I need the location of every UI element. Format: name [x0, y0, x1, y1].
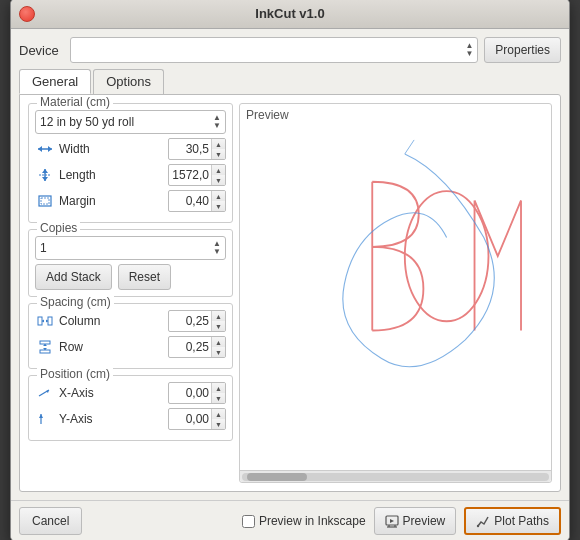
yaxis-spinbox[interactable]: ▲ ▼	[168, 408, 226, 430]
bottom-bar: Cancel Preview in Inkscape Preview Plot …	[11, 500, 569, 540]
yaxis-input[interactable]	[169, 412, 211, 426]
plot-paths-button[interactable]: Plot Paths	[464, 507, 561, 535]
cancel-button[interactable]: Cancel	[19, 507, 82, 535]
length-arrows-icon	[37, 168, 53, 182]
copies-group-title: Copies	[37, 221, 80, 235]
column-label: Column	[59, 314, 164, 328]
xaxis-arrow-icon	[37, 386, 53, 400]
row-input[interactable]	[169, 340, 211, 354]
row-row: Row ▲ ▼	[35, 336, 226, 358]
reset-button[interactable]: Reset	[118, 264, 171, 290]
svg-rect-10	[48, 317, 52, 325]
preview-svg	[240, 126, 551, 470]
main-content: Device ▲ ▼ Properties General Options Ma…	[11, 29, 569, 500]
copies-group: Copies 1 ▲▼ Add Stack Reset	[28, 229, 233, 297]
row-down-arrow[interactable]: ▼	[212, 347, 225, 357]
column-spinbox-arrows[interactable]: ▲ ▼	[211, 311, 225, 331]
column-spinbox[interactable]: ▲ ▼	[168, 310, 226, 332]
svg-rect-9	[38, 317, 42, 325]
yaxis-label: Y-Axis	[59, 412, 164, 426]
width-spinbox[interactable]: ▲ ▼	[168, 138, 226, 160]
length-spinbox[interactable]: ▲ ▼	[168, 164, 226, 186]
roll-dropdown-row: 12 in by 50 yd roll ▲▼	[35, 110, 226, 134]
margin-input[interactable]	[169, 194, 211, 208]
margin-up-arrow[interactable]: ▲	[212, 191, 225, 201]
xaxis-input[interactable]	[169, 386, 211, 400]
margin-icon	[35, 193, 55, 209]
app-window: InkCut v1.0 Device ▲ ▼ Properties Genera…	[10, 0, 570, 540]
width-arrows-icon	[37, 142, 53, 156]
preview-scrollbar-horizontal[interactable]	[240, 470, 551, 482]
row-spinbox-arrows[interactable]: ▲ ▼	[211, 337, 225, 357]
properties-button[interactable]: Properties	[484, 37, 561, 63]
roll-spin[interactable]: ▲▼	[213, 114, 221, 130]
preview-canvas	[240, 126, 551, 470]
column-down-arrow[interactable]: ▼	[212, 321, 225, 331]
xaxis-spinbox[interactable]: ▲ ▼	[168, 382, 226, 404]
yaxis-down-arrow[interactable]: ▼	[212, 419, 225, 429]
xaxis-label: X-Axis	[59, 386, 164, 400]
margin-spinbox[interactable]: ▲ ▼	[168, 190, 226, 212]
copies-dropdown[interactable]: 1 ▲▼	[35, 236, 226, 260]
svg-marker-5	[42, 177, 48, 181]
margin-down-arrow[interactable]: ▼	[212, 201, 225, 211]
svg-point-25	[405, 191, 489, 321]
margin-spinbox-arrows[interactable]: ▲ ▼	[211, 191, 225, 211]
length-up-arrow[interactable]: ▲	[212, 165, 225, 175]
window-title: InkCut v1.0	[43, 6, 537, 21]
length-down-arrow[interactable]: ▼	[212, 175, 225, 185]
xaxis-spinbox-arrows[interactable]: ▲ ▼	[211, 383, 225, 403]
width-up-arrow[interactable]: ▲	[212, 139, 225, 149]
column-spacing-icon	[37, 314, 53, 328]
copies-buttons: Add Stack Reset	[35, 264, 226, 290]
add-stack-button[interactable]: Add Stack	[35, 264, 112, 290]
xaxis-up-arrow[interactable]: ▲	[212, 383, 225, 393]
svg-marker-4	[42, 169, 48, 173]
width-label: Width	[59, 142, 164, 156]
xaxis-icon	[35, 385, 55, 401]
svg-rect-16	[40, 350, 50, 353]
width-input[interactable]	[169, 142, 211, 156]
position-group: Position (cm) X-Axis	[28, 375, 233, 441]
device-combo[interactable]: ▲ ▼	[70, 37, 478, 63]
material-group-title: Material (cm)	[37, 95, 113, 109]
plot-paths-icon	[476, 514, 490, 528]
preview-inkscape-checkbox[interactable]	[242, 515, 255, 528]
spacing-group: Spacing (cm)	[28, 303, 233, 369]
yaxis-up-arrow[interactable]: ▲	[212, 409, 225, 419]
scrollbar-thumb[interactable]	[247, 473, 307, 481]
roll-value: 12 in by 50 yd roll	[40, 115, 213, 129]
row-up-arrow[interactable]: ▲	[212, 337, 225, 347]
preview-label: Preview	[246, 108, 289, 122]
length-spinbox-arrows[interactable]: ▲ ▼	[211, 165, 225, 185]
xaxis-down-arrow[interactable]: ▼	[212, 393, 225, 403]
length-icon	[35, 167, 55, 183]
tab-options[interactable]: Options	[93, 69, 164, 94]
row-spinbox[interactable]: ▲ ▼	[168, 336, 226, 358]
yaxis-spinbox-arrows[interactable]: ▲ ▼	[211, 409, 225, 429]
titlebar: InkCut v1.0	[11, 0, 569, 29]
copies-value: 1	[40, 241, 213, 255]
row-spacing-icon	[37, 340, 53, 354]
spacing-group-title: Spacing (cm)	[37, 295, 114, 309]
copies-spin[interactable]: ▲▼	[213, 240, 221, 256]
tab-general[interactable]: General	[19, 69, 91, 94]
margin-rect-icon	[37, 194, 53, 208]
close-button[interactable]	[19, 6, 35, 22]
svg-rect-15	[40, 341, 50, 344]
svg-marker-24	[39, 414, 43, 418]
length-label: Length	[59, 168, 164, 182]
length-input[interactable]	[169, 168, 211, 182]
width-spinbox-arrows[interactable]: ▲ ▼	[211, 139, 225, 159]
device-spin-arrows[interactable]: ▲ ▼	[465, 42, 473, 58]
xaxis-row: X-Axis ▲ ▼	[35, 382, 226, 404]
width-row: Width ▲ ▼	[35, 138, 226, 160]
yaxis-arrow-icon	[37, 412, 53, 426]
column-up-arrow[interactable]: ▲	[212, 311, 225, 321]
column-icon	[35, 313, 55, 329]
width-down-arrow[interactable]: ▼	[212, 149, 225, 159]
column-input[interactable]	[169, 314, 211, 328]
material-group: Material (cm) 12 in by 50 yd roll ▲▼	[28, 103, 233, 223]
roll-dropdown[interactable]: 12 in by 50 yd roll ▲▼	[35, 110, 226, 134]
preview-button[interactable]: Preview	[374, 507, 457, 535]
